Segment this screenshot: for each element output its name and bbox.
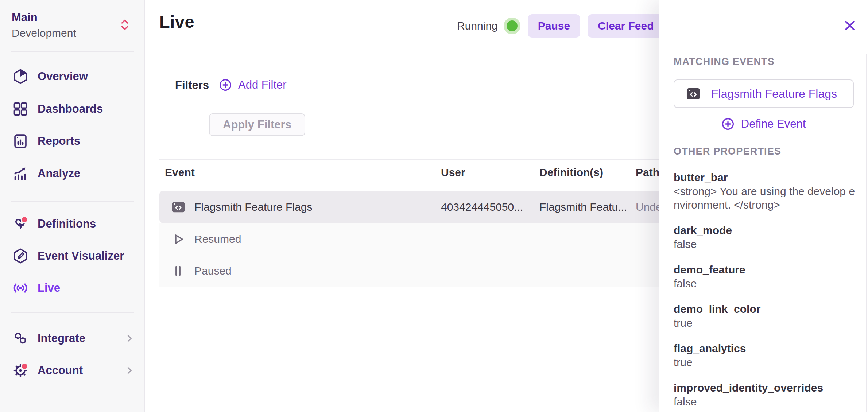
column-header-path: Path — [636, 166, 659, 179]
clear-feed-button[interactable]: Clear Feed — [588, 14, 664, 38]
sidebar-item-label: Dashboards — [38, 102, 103, 116]
property-name: demo_link_color — [674, 302, 858, 316]
property-value: true — [674, 316, 858, 330]
sidebar-item-label: Overview — [38, 70, 88, 83]
add-filter-button[interactable]: Add Filter — [219, 78, 287, 92]
sidebar-item-account[interactable]: Account — [0, 354, 144, 386]
add-filter-label: Add Filter — [238, 78, 287, 92]
define-event-button[interactable]: Define Event — [659, 117, 868, 131]
header-actions: Running Pause Clear Feed — [457, 14, 664, 38]
sidebar-divider — [11, 312, 134, 313]
column-header-user: User — [441, 166, 465, 179]
plus-circle-icon — [219, 78, 232, 92]
up-down-chevrons-icon — [120, 18, 129, 32]
definitions-heart-icon — [12, 215, 29, 232]
sidebar-item-dashboards[interactable]: Dashboards — [0, 93, 144, 125]
analyze-trend-icon — [12, 165, 29, 182]
code-window-icon — [685, 85, 702, 102]
running-status-dot-icon — [507, 20, 518, 31]
property-item: improved_identity_overrides false — [674, 381, 858, 408]
property-item: dark_mode false — [674, 224, 858, 251]
property-name: demo_feature — [674, 263, 858, 277]
app-root: Main Development Overview Dashboards Rep… — [0, 0, 868, 412]
event-name: Paused — [194, 265, 232, 277]
play-icon — [170, 232, 186, 247]
event-user: 403424445050... — [441, 201, 523, 213]
sidebar-item-label: Integrate — [38, 332, 85, 345]
chevron-right-icon — [124, 365, 135, 376]
environment-name: Development — [12, 27, 76, 39]
event-name: Flagsmith Feature Flags — [194, 201, 312, 213]
live-broadcast-icon — [12, 280, 29, 296]
panel-scrollbar[interactable] — [866, 54, 867, 412]
other-properties-heading: OTHER PROPERTIES — [674, 146, 781, 157]
integrate-hexagons-icon — [12, 330, 29, 347]
column-header-event: Event — [165, 166, 195, 179]
sidebar-item-label: Live — [38, 281, 60, 295]
pause-icon — [170, 263, 186, 279]
property-value: <strong> You are using the develop envir… — [674, 184, 858, 211]
sidebar-divider — [11, 51, 134, 52]
workspace-name: Main — [12, 11, 38, 24]
close-panel-button[interactable] — [841, 17, 859, 34]
page-title: Live — [159, 12, 194, 32]
property-item: butter_bar <strong> You are using the de… — [674, 171, 858, 211]
account-gear-icon — [12, 362, 29, 379]
property-value: false — [674, 237, 858, 251]
workspace-switcher[interactable]: Main Development — [0, 0, 144, 47]
sidebar-item-label: Analyze — [38, 167, 80, 180]
sidebar-item-integrate[interactable]: Integrate — [0, 322, 144, 354]
sidebar-item-live[interactable]: Live — [0, 272, 144, 304]
event-definitions: Flagsmith Featu... — [539, 201, 627, 213]
pause-button[interactable]: Pause — [528, 14, 580, 38]
sidebar-item-label: Account — [38, 364, 83, 377]
dashboards-grid-icon — [12, 101, 29, 117]
sidebar-item-label: Event Visualizer — [38, 249, 124, 263]
event-details-panel: MATCHING EVENTS Flagsmith Feature Flags … — [659, 0, 868, 412]
column-header-definitions: Definition(s) — [539, 166, 603, 179]
property-name: dark_mode — [674, 224, 858, 237]
property-value: false — [674, 277, 858, 290]
close-icon — [842, 18, 857, 33]
event-path: Unde — [636, 201, 662, 213]
matched-event-name: Flagsmith Feature Flags — [711, 87, 837, 101]
property-name: improved_identity_overrides — [674, 381, 858, 395]
property-item: demo_feature false — [674, 263, 858, 290]
overview-hexagon-icon — [12, 68, 29, 85]
code-window-icon — [170, 199, 186, 215]
property-item: flag_analytics true — [674, 342, 858, 369]
sidebar-divider — [11, 201, 134, 202]
matched-event-card[interactable]: Flagsmith Feature Flags — [674, 79, 854, 108]
apply-filters-button[interactable]: Apply Filters — [209, 113, 305, 136]
chevron-right-icon — [124, 333, 135, 344]
properties-list: butter_bar <strong> You are using the de… — [674, 171, 858, 412]
sidebar-item-analyze[interactable]: Analyze — [0, 158, 144, 190]
property-value: false — [674, 395, 858, 408]
sidebar-item-label: Reports — [38, 135, 80, 148]
property-item: demo_link_color true — [674, 302, 858, 330]
define-event-label: Define Event — [741, 117, 806, 131]
matching-events-heading: MATCHING EVENTS — [674, 56, 775, 67]
sidebar-item-overview[interactable]: Overview — [0, 61, 144, 93]
property-value: true — [674, 355, 858, 369]
sidebar-item-event-visualizer[interactable]: Event Visualizer — [0, 240, 144, 272]
reports-icon — [12, 133, 29, 149]
sidebar-item-reports[interactable]: Reports — [0, 125, 144, 157]
plus-circle-icon — [721, 117, 735, 131]
event-name: Resumed — [194, 233, 241, 245]
status-label: Running — [457, 20, 498, 32]
property-name: flag_analytics — [674, 342, 858, 355]
filters-label: Filters — [175, 79, 209, 92]
sidebar-item-label: Definitions — [38, 217, 96, 230]
event-visualizer-icon — [12, 248, 29, 264]
sidebar: Main Development Overview Dashboards Rep… — [0, 0, 145, 412]
property-name: butter_bar — [674, 171, 858, 184]
sidebar-item-definitions[interactable]: Definitions — [0, 208, 144, 240]
